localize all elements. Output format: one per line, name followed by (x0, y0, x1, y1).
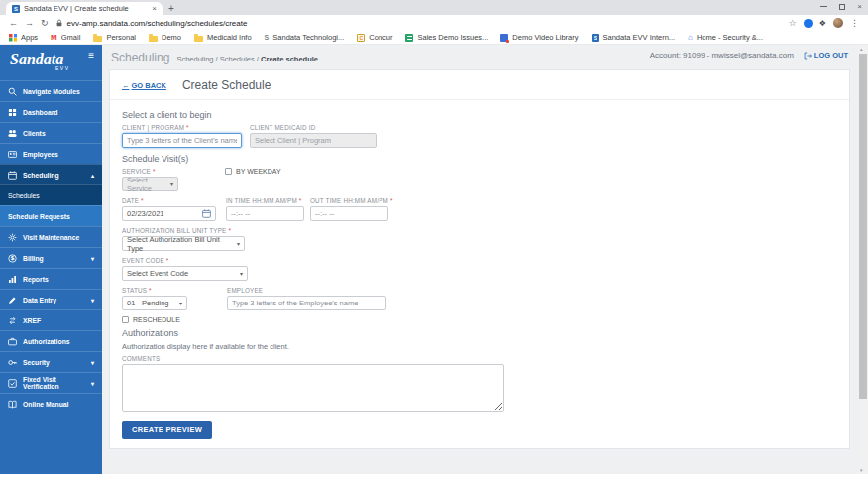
employee-input[interactable] (227, 296, 386, 310)
folder-icon (149, 36, 158, 42)
sidebar-item-label: Security (23, 359, 50, 366)
refresh-icon[interactable]: ↻ (41, 18, 49, 28)
by-weekday-checkbox[interactable]: BY WEEKDAY (225, 168, 281, 175)
sidebar-item-authorizations[interactable]: Authorizations (0, 330, 102, 351)
sidebar-item-label: Fixed Visit Verification (23, 376, 94, 390)
app-logo: Sandata EVV ≡ (0, 45, 102, 75)
bookmark-label: Medicaid Info (207, 33, 252, 42)
sidebar-item-navigate-modules[interactable]: Navigate Modules (0, 80, 102, 101)
bookmark-concur[interactable]: CConcur (357, 33, 392, 42)
profile-avatar[interactable] (833, 18, 843, 28)
auth-bill-unit-type-select[interactable]: Select Authorization Bill Unit Type▾ (122, 236, 245, 251)
comments-textarea[interactable] (122, 364, 504, 412)
event-code-select[interactable]: Select Event Code▾ (122, 266, 248, 281)
sidebar-item-xref[interactable]: XREF (0, 309, 102, 330)
bookmark-sales-demo[interactable]: Sales Demo Issues... (405, 33, 488, 42)
bookmark-label: Gmail (61, 33, 81, 42)
concur-icon: C (357, 34, 365, 42)
sidebar-item-data-entry[interactable]: Data Entry▾ (0, 289, 102, 309)
sidebar-item-scheduling[interactable]: Scheduling▴ (0, 164, 102, 184)
reschedule-checkbox[interactable]: RESCHEDULE (122, 316, 837, 323)
sidebar-item-security[interactable]: Security▾ (0, 351, 102, 372)
sidebar-item-fixed-visit-verification[interactable]: Fixed Visit Verification▾ (0, 372, 102, 393)
comments-label: COMMENTS (122, 355, 837, 362)
date-input[interactable]: 02/23/2021 (122, 206, 216, 221)
sidebar-item-employees[interactable]: Employees (0, 143, 102, 164)
sidebar-item-online-manual[interactable]: Online Manual (0, 393, 102, 414)
bookmark-sandata-evv[interactable]: SSandata EVV Intern... (592, 33, 676, 42)
create-schedule-card: ←GO BACK Create Schedule Select a client… (109, 69, 850, 449)
auth-bill-unit-type-label: AUTHORIZATION BILL UNIT TYPE (122, 227, 226, 234)
forward-icon[interactable]: → (25, 18, 34, 28)
window-close-icon[interactable]: × (857, 2, 862, 11)
sidebar-item-visit-maintenance[interactable]: Visit Maintenance (0, 226, 102, 247)
gmail-icon: M (51, 34, 57, 42)
checkbox-box (122, 316, 129, 323)
back-icon[interactable]: ← (9, 18, 18, 28)
bookmark-label: Personal (106, 33, 136, 42)
new-tab-button[interactable]: + (163, 2, 180, 15)
sidebar-item-schedule-requests[interactable]: Schedule Requests (0, 205, 102, 226)
go-back-label: GO BACK (132, 81, 166, 90)
tab-close-icon[interactable]: × (152, 4, 157, 13)
bookmark-home-security[interactable]: ⌂Home - Security &... (688, 33, 763, 42)
browser-tab[interactable]: S Sandata EVV | Create schedule × (6, 2, 163, 15)
page-scrollbar[interactable]: ▴ ▾ (858, 45, 868, 474)
sidebar-item-label: Reports (23, 276, 49, 283)
client-program-input[interactable] (122, 133, 242, 148)
bookmark-demo[interactable]: Demo (149, 33, 181, 42)
logout-button[interactable]: LOG OUT (804, 51, 848, 60)
breadcrumb-path: Scheduling / Schedules / (176, 55, 259, 63)
chevron-down-icon: ▾ (91, 359, 94, 366)
by-weekday-label: BY WEEKDAY (236, 168, 281, 175)
bookmark-video-library[interactable]: Demo Video Library (500, 33, 578, 42)
out-time-input[interactable]: --:-- -- (310, 206, 388, 221)
out-time-label: OUT TIME HH:MM AM/PM (310, 197, 388, 204)
logout-icon (804, 52, 812, 60)
chevron-down-icon: ▾ (91, 297, 94, 304)
sandata-icon: S (265, 34, 270, 41)
sidebar: Sandata EVV ≡ Navigate Modules Dashboard… (0, 45, 102, 474)
folder-icon (93, 36, 102, 42)
required-marker: * (149, 287, 152, 294)
chevron-up-icon: ▴ (91, 172, 94, 179)
extensions-puzzle-icon[interactable]: ❖ (819, 19, 826, 28)
bookmark-apps[interactable]: Apps (9, 33, 38, 42)
bookmark-label: Sandata EVV Intern... (603, 33, 676, 42)
scrollbar-down-arrow[interactable]: ▾ (860, 467, 863, 473)
tab-strip: S Sandata EVV | Create schedule × + × (0, 0, 868, 15)
sidebar-item-reports[interactable]: Reports (0, 268, 102, 289)
service-select[interactable]: Select Service▾ (122, 177, 178, 191)
bookmark-medicaid-info[interactable]: Medicaid Info (194, 33, 252, 42)
scrollbar-thumb[interactable] (859, 54, 867, 399)
sidebar-item-label: Dashboard (23, 109, 58, 116)
sidebar-item-schedules[interactable]: Schedules (0, 184, 102, 205)
sidebar-item-dashboard[interactable]: Dashboard (0, 101, 102, 122)
book-icon (8, 400, 17, 409)
extension-icon[interactable] (804, 19, 813, 28)
window-maximize-icon[interactable] (839, 4, 845, 10)
sidebar-item-billing[interactable]: Billing▾ (0, 247, 102, 268)
required-marker: * (228, 227, 231, 234)
bookmark-gmail[interactable]: MGmail (51, 33, 80, 42)
scrollbar-up-arrow[interactable]: ▴ (860, 46, 863, 52)
url-field[interactable]: evv-amp.sandata.com/scheduling/schedules… (55, 19, 782, 28)
in-time-input[interactable]: --:-- -- (226, 206, 304, 221)
chevron-down-icon: ▾ (240, 270, 243, 277)
bookmark-star-icon[interactable]: ☆ (789, 18, 797, 28)
sidebar-item-label: Clients (23, 130, 46, 137)
hamburger-icon[interactable]: ≡ (88, 51, 94, 61)
calendar-icon[interactable] (202, 209, 211, 218)
status-select[interactable]: 01 - Pending▾ (122, 296, 187, 310)
bookmark-sandata-tech[interactable]: SSandata Technologi... (265, 33, 345, 42)
bookmark-personal[interactable]: Personal (93, 33, 136, 42)
go-back-link[interactable]: ←GO BACK (122, 81, 166, 90)
sidebar-item-clients[interactable]: Clients (0, 122, 102, 143)
sidebar-item-label: Billing (23, 255, 44, 262)
client-program-label: CLIENT | PROGRAM (122, 124, 184, 131)
window-minimize-icon[interactable] (820, 6, 827, 7)
main-content: Scheduling Scheduling / Schedules / Crea… (102, 45, 858, 474)
browser-menu-icon[interactable]: ⋮ (850, 18, 859, 28)
create-preview-button[interactable]: CREATE PREVIEW (122, 421, 212, 439)
sidebar-item-label: Schedules (8, 192, 40, 199)
